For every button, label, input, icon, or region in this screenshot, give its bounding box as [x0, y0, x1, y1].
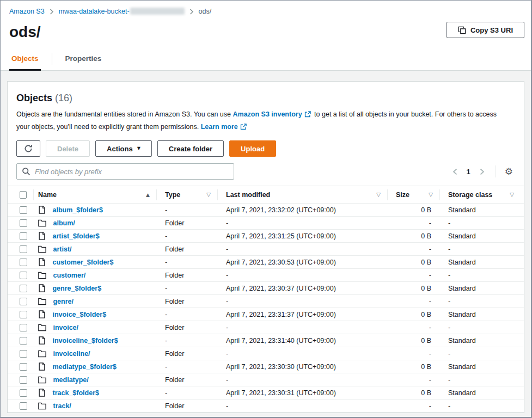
- object-storage-class: -: [440, 269, 524, 282]
- table-row: track_$folder$ - April 7, 2021, 23:30:31…: [8, 386, 524, 399]
- object-storage-class: Standard: [440, 230, 524, 243]
- breadcrumb-bucket-link[interactable]: mwaa-datalake-bucket-: [59, 8, 130, 15]
- object-storage-class: -: [440, 295, 524, 308]
- object-size: -: [388, 243, 440, 256]
- next-page-button[interactable]: [478, 168, 487, 175]
- file-icon: [38, 389, 46, 397]
- object-link[interactable]: genre/: [53, 298, 74, 305]
- upload-label: Upload: [241, 145, 265, 153]
- upload-button[interactable]: Upload: [229, 140, 276, 157]
- row-checkbox[interactable]: [20, 311, 27, 318]
- object-last-modified: April 7, 2021, 23:31:40 (UTC+09:00): [218, 334, 388, 347]
- object-type: Folder: [157, 217, 218, 230]
- object-link[interactable]: album/: [53, 219, 75, 227]
- select-all-header: [8, 186, 34, 204]
- object-size: -: [388, 373, 440, 386]
- object-type: -: [157, 204, 218, 217]
- object-size: -: [388, 321, 440, 334]
- table-row: artist/ Folder - - -: [8, 243, 524, 256]
- column-header-name[interactable]: Name ▲: [34, 186, 157, 204]
- content-area: Objects (16) Objects are the fundamental…: [1, 71, 531, 413]
- objects-heading-label: Objects: [16, 93, 52, 103]
- object-link[interactable]: customer/: [53, 272, 85, 279]
- delete-label: Delete: [57, 145, 78, 153]
- table-header-row: Name ▲ Type ▽ Last modif: [8, 186, 524, 204]
- row-checkbox[interactable]: [20, 232, 27, 240]
- create-folder-button[interactable]: Create folder: [157, 140, 224, 157]
- previous-page-button[interactable]: [450, 168, 460, 175]
- tab-objects[interactable]: Objects: [9, 49, 41, 71]
- object-link[interactable]: track/: [53, 402, 71, 410]
- object-storage-class: -: [440, 321, 524, 334]
- object-link[interactable]: artist_$folder$: [52, 232, 99, 240]
- table-row: genre/ Folder - - -: [8, 295, 524, 308]
- row-checkbox[interactable]: [20, 402, 27, 410]
- select-all-checkbox[interactable]: [20, 191, 27, 199]
- object-link[interactable]: invoiceline/: [53, 350, 90, 358]
- object-link[interactable]: album_$folder$: [52, 206, 102, 214]
- search-icon: [22, 167, 30, 178]
- object-type: -: [157, 230, 218, 243]
- row-checkbox[interactable]: [20, 285, 27, 292]
- search-input[interactable]: [16, 163, 234, 180]
- object-link[interactable]: customer_$folder$: [52, 259, 113, 266]
- row-checkbox[interactable]: [20, 389, 27, 397]
- row-checkbox[interactable]: [20, 298, 27, 305]
- object-link[interactable]: artist/: [53, 245, 71, 253]
- objects-table: Name ▲ Type ▽ Last modif: [8, 186, 524, 413]
- row-checkbox[interactable]: [20, 363, 27, 371]
- folder-icon: [38, 402, 46, 410]
- column-label-type: Type: [165, 191, 180, 199]
- breadcrumb-amazon-s3-link[interactable]: Amazon S3: [9, 8, 45, 15]
- row-checkbox[interactable]: [20, 272, 27, 279]
- tab-properties[interactable]: Properties: [63, 49, 104, 70]
- row-checkbox[interactable]: [20, 245, 27, 253]
- delete-button[interactable]: Delete: [46, 140, 90, 157]
- object-storage-class: Standard: [440, 282, 524, 295]
- file-icon: [38, 310, 46, 318]
- object-link[interactable]: genre_$folder$: [52, 285, 101, 292]
- row-checkbox[interactable]: [20, 324, 27, 331]
- breadcrumb-chevron-icon: [50, 9, 54, 15]
- column-header-last-modified[interactable]: Last modified ▽: [218, 186, 388, 204]
- chevron-down-icon: ▼: [137, 146, 140, 151]
- create-folder-label: Create folder: [169, 145, 212, 153]
- object-link[interactable]: invoiceline_$folder$: [52, 337, 118, 345]
- actions-dropdown-button[interactable]: Actions ▼: [95, 140, 152, 157]
- table-row: genre_$folder$ - April 7, 2021, 23:30:37…: [8, 282, 524, 295]
- refresh-button[interactable]: [16, 140, 40, 157]
- object-link[interactable]: mediatype/: [53, 376, 88, 384]
- s3-inventory-link[interactable]: Amazon S3 inventory: [233, 110, 302, 118]
- object-type: -: [157, 360, 218, 373]
- column-label-storage-class: Storage class: [448, 191, 492, 199]
- column-header-storage-class[interactable]: Storage class ▽: [440, 186, 524, 204]
- preferences-gear-button[interactable]: ⚙: [503, 167, 515, 176]
- object-last-modified: -: [218, 217, 388, 230]
- object-link[interactable]: invoice/: [53, 324, 78, 331]
- column-header-type[interactable]: Type ▽: [157, 186, 218, 204]
- row-checkbox[interactable]: [20, 376, 27, 384]
- column-header-size[interactable]: Size ▽: [388, 186, 440, 204]
- copy-s3-uri-button[interactable]: Copy S3 URI: [447, 22, 524, 38]
- object-type: Folder: [157, 347, 218, 360]
- object-last-modified: -: [218, 347, 388, 360]
- folder-icon: [38, 298, 46, 305]
- tab-divider: [52, 53, 52, 65]
- breadcrumb: Amazon S3 mwaa-datalake-bucket- ods/: [1, 1, 531, 15]
- object-size: -: [388, 347, 440, 360]
- page-title: ods/: [9, 23, 41, 41]
- object-last-modified: April 7, 2021, 23:30:37 (UTC+09:00): [218, 282, 388, 295]
- row-checkbox[interactable]: [20, 219, 27, 227]
- row-checkbox[interactable]: [20, 206, 27, 214]
- learn-more-link[interactable]: Learn more: [201, 123, 238, 131]
- table-row: mediatype/ Folder - - -: [8, 373, 524, 386]
- object-link[interactable]: mediatype_$folder$: [52, 363, 116, 371]
- object-link[interactable]: invoice_$folder$: [52, 311, 106, 318]
- page-number[interactable]: 1: [467, 168, 470, 176]
- object-storage-class: -: [440, 347, 524, 360]
- row-checkbox[interactable]: [20, 350, 27, 358]
- object-link[interactable]: track_$folder$: [52, 389, 99, 397]
- object-last-modified: April 7, 2021, 23:30:30 (UTC+09:00): [218, 360, 388, 373]
- row-checkbox[interactable]: [20, 337, 27, 345]
- row-checkbox[interactable]: [20, 259, 27, 266]
